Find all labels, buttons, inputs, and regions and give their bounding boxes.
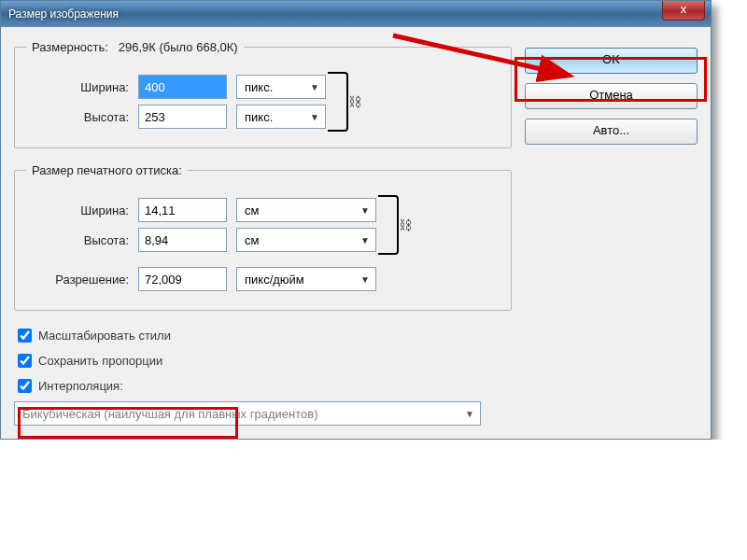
caret-down-icon: ▼ [310, 112, 319, 122]
constrain-proportions-checkbox-row[interactable]: Сохранить пропорции [14, 351, 512, 371]
interpolation-label: Интерполяция: [38, 379, 123, 393]
titlebar: Размер изображения x [1, 1, 711, 27]
print-height-label: Высота: [26, 233, 129, 247]
resolution-unit-select[interactable]: пикс/дюйм▼ [236, 267, 376, 291]
print-height-unit-select[interactable]: см▼ [236, 228, 376, 252]
button-column: OK Отмена Авто... [525, 40, 698, 145]
pixel-height-label: Высота: [26, 110, 129, 124]
print-width-unit-select[interactable]: см▼ [236, 198, 376, 222]
constrain-proportions-checkbox[interactable] [18, 354, 32, 368]
print-link-bracket: ⛓ [378, 195, 399, 255]
image-size-dialog: Размер изображения x Размерность: 296,9К… [0, 0, 712, 440]
interpolation-method-select[interactable]: Бикубическая (наилучшая для плавных град… [14, 401, 481, 426]
pixel-width-input[interactable] [138, 75, 227, 99]
close-button[interactable]: x [662, 1, 705, 21]
print-width-input[interactable] [138, 198, 227, 222]
pixel-height-input[interactable] [138, 105, 227, 129]
scale-styles-checkbox-row[interactable]: Масштабировать стили [14, 326, 512, 345]
constrain-proportions-label: Сохранить пропорции [38, 354, 162, 368]
chain-link-icon: ⛓ [348, 94, 361, 109]
caret-down-icon: ▼ [360, 205, 370, 216]
print-size-group: Размер печатного оттиска: Ширина: см▼ Вы… [14, 163, 512, 311]
print-width-label: Ширина: [26, 203, 129, 217]
interpolation-checkbox[interactable] [18, 379, 32, 393]
interpolation-checkbox-row[interactable]: Интерполяция: [14, 376, 512, 396]
pixel-height-unit-select[interactable]: пикс.▼ [236, 105, 326, 129]
pixel-width-label: Ширина: [26, 80, 129, 94]
pixel-dimensions-legend: Размерность: 296,9К (было 668,0К) [26, 40, 244, 54]
pixel-width-unit-select[interactable]: пикс.▼ [236, 75, 326, 99]
caret-down-icon: ▼ [465, 409, 474, 419]
print-size-legend: Размер печатного оттиска: [26, 163, 188, 177]
cancel-button[interactable]: Отмена [525, 83, 698, 109]
chain-link-icon: ⛓ [399, 217, 412, 232]
pixel-dimensions-group: Размерность: 296,9К (было 668,0К) Ширина… [14, 40, 512, 148]
resolution-input[interactable] [138, 267, 227, 291]
pixel-link-bracket: ⛓ [328, 72, 348, 132]
scale-styles-label: Масштабировать стили [38, 329, 171, 343]
main-column: Размерность: 296,9К (было 668,0К) Ширина… [14, 40, 512, 426]
auto-button[interactable]: Авто... [525, 119, 698, 145]
caret-down-icon: ▼ [360, 235, 370, 245]
ok-button[interactable]: OK [525, 48, 698, 74]
scale-styles-checkbox[interactable] [18, 329, 32, 343]
resolution-label: Разрешение: [26, 273, 129, 287]
print-height-input[interactable] [138, 228, 227, 252]
window-title: Размер изображения [8, 7, 119, 21]
caret-down-icon: ▼ [360, 274, 370, 285]
caret-down-icon: ▼ [310, 82, 319, 92]
client-area: Размерность: 296,9К (было 668,0К) Ширина… [1, 27, 711, 439]
